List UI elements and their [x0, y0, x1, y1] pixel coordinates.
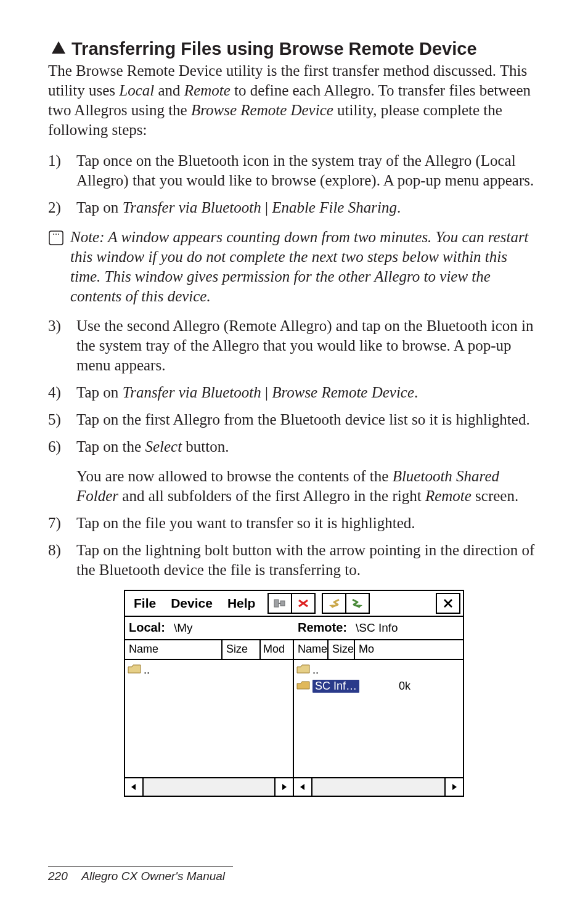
- svg-marker-17: [452, 784, 457, 790]
- folder-open-icon: [296, 679, 310, 693]
- t: Select: [145, 438, 182, 455]
- t: Enable File Sharing: [272, 199, 397, 216]
- scroll-right-icon[interactable]: [444, 778, 463, 796]
- local-pane: Name Size Mod ..: [125, 640, 294, 796]
- svg-point-3: [55, 234, 57, 235]
- t: .: [397, 199, 401, 216]
- t: Tap on: [76, 384, 123, 401]
- local-path: \My: [174, 621, 193, 635]
- svg-rect-1: [49, 231, 63, 245]
- svg-rect-5: [274, 600, 279, 607]
- file-name: ..: [144, 664, 150, 677]
- t: Tap on the: [76, 438, 145, 455]
- step-1: 1) Tap once on the Bluetooth icon in the…: [48, 151, 540, 190]
- column-modified[interactable]: Mo: [355, 640, 374, 659]
- column-size[interactable]: Size: [329, 640, 355, 659]
- step-8: 8) Tap on the lightning bolt button with…: [48, 540, 540, 580]
- remote-pane: Name Size Mo ..: [294, 640, 463, 796]
- local-scrollbar[interactable]: [125, 777, 293, 796]
- scroll-left-icon[interactable]: [294, 778, 312, 796]
- step-marker: 4): [48, 383, 76, 402]
- scroll-right-icon[interactable]: [274, 778, 293, 796]
- step-body: Tap on the first Allegro from the Blueto…: [76, 410, 540, 430]
- step-6-continuation: You are now allowed to browse the conten…: [76, 467, 540, 506]
- scroll-left-icon[interactable]: [125, 778, 144, 796]
- step-body: Tap on the file you want to transfer so …: [76, 513, 540, 533]
- step-5: 5) Tap on the first Allegro from the Blu…: [48, 410, 540, 430]
- app-window: File Device Help: [124, 590, 464, 797]
- note-text: Note: A window appears counting down fro…: [70, 227, 540, 306]
- step-marker: 6): [48, 437, 76, 457]
- list-item[interactable]: ..: [126, 662, 292, 679]
- folder-up-icon: [296, 663, 310, 677]
- t: button.: [182, 438, 229, 455]
- list-item[interactable]: ..: [295, 662, 462, 679]
- step-body: Tap on Transfer via Bluetooth | Browse R…: [76, 383, 540, 402]
- remote-label: Remote:: [298, 621, 347, 635]
- scroll-track[interactable]: [144, 778, 274, 796]
- t: Browse Remote Device: [272, 384, 414, 401]
- column-modified[interactable]: Mod: [261, 640, 293, 659]
- column-size[interactable]: Size: [223, 640, 261, 659]
- footer-title: Allegro CX Owner's Manual: [81, 870, 225, 883]
- step-7: 7) Tap on the file you want to transfer …: [48, 513, 540, 533]
- step-4: 4) Tap on Transfer via Bluetooth | Brows…: [48, 383, 540, 402]
- step-2: 2) Tap on Transfer via Bluetooth | Enabl…: [48, 198, 540, 218]
- menu-device[interactable]: Device: [165, 596, 219, 611]
- step-body: Tap on the lightning bolt button with th…: [76, 540, 540, 580]
- step-body: Use the second Allegro (Remote Allegro) …: [76, 316, 540, 375]
- step-3: 3) Use the second Allegro (Remote Allegr…: [48, 316, 540, 375]
- step-marker: 2): [48, 198, 76, 218]
- close-button[interactable]: [436, 593, 460, 614]
- remote-scrollbar[interactable]: [294, 777, 463, 796]
- step-marker: 3): [48, 316, 76, 375]
- svg-marker-0: [52, 41, 65, 54]
- column-name[interactable]: Name: [125, 640, 223, 659]
- t: Transfer via Bluetooth: [123, 199, 261, 216]
- remote-list[interactable]: .. SC Inf… 0k: [294, 660, 463, 777]
- step-marker: 7): [48, 513, 76, 533]
- t: and all subfolders of the first Allegro …: [118, 487, 425, 504]
- menu-file[interactable]: File: [128, 596, 162, 611]
- step-body: Tap on Transfer via Bluetooth | Enable F…: [76, 198, 540, 218]
- t: .: [414, 384, 418, 401]
- t: Remote: [425, 487, 472, 504]
- step-marker: 8): [48, 540, 76, 580]
- toolbar-disconnect-icon[interactable]: [292, 593, 316, 614]
- scroll-track[interactable]: [312, 778, 444, 796]
- step-marker: 1): [48, 151, 76, 190]
- footer-rule: [48, 866, 233, 867]
- t: You are now allowed to browse the conten…: [76, 468, 393, 484]
- file-name: SC Inf…: [312, 680, 359, 693]
- column-name[interactable]: Name: [294, 640, 329, 659]
- step-body: Tap on the Select button.: [76, 437, 540, 457]
- svg-point-4: [58, 234, 59, 235]
- t: |: [261, 384, 272, 401]
- file-name: ..: [312, 664, 319, 677]
- local-list[interactable]: ..: [125, 660, 293, 777]
- toolbar-connect-icon[interactable]: [267, 593, 292, 614]
- toolbar-send-right-icon[interactable]: [346, 593, 370, 614]
- folder-up-icon: [128, 663, 141, 677]
- note-icon: [48, 230, 64, 246]
- page-number: 220: [48, 870, 68, 883]
- toolbar-send-left-icon[interactable]: [322, 593, 346, 614]
- remote-path: \SC Info: [356, 621, 398, 635]
- svg-marker-16: [300, 784, 304, 790]
- note: Note: A window appears counting down fro…: [48, 227, 540, 306]
- svg-marker-15: [282, 784, 287, 790]
- t: |: [261, 199, 272, 216]
- t: Transfer via Bluetooth: [123, 384, 261, 401]
- section-heading: Transferring Files using Browse Remote D…: [48, 37, 540, 60]
- path-bar: Local: \My Remote: \SC Info: [125, 617, 463, 640]
- step-6: 6) Tap on the Select button.: [48, 437, 540, 457]
- list-item[interactable]: SC Inf… 0k: [295, 679, 462, 695]
- menu-help[interactable]: Help: [221, 596, 262, 611]
- step-body: Tap once on the Bluetooth icon in the sy…: [76, 151, 540, 190]
- local-label: Local:: [129, 621, 165, 635]
- step-marker: 5): [48, 410, 76, 430]
- page-footer: 220 Allegro CX Owner's Manual: [48, 866, 233, 883]
- menubar: File Device Help: [125, 591, 463, 617]
- heading-text: Transferring Files using Browse Remote D…: [71, 39, 477, 59]
- triangle-up-icon: [52, 37, 65, 59]
